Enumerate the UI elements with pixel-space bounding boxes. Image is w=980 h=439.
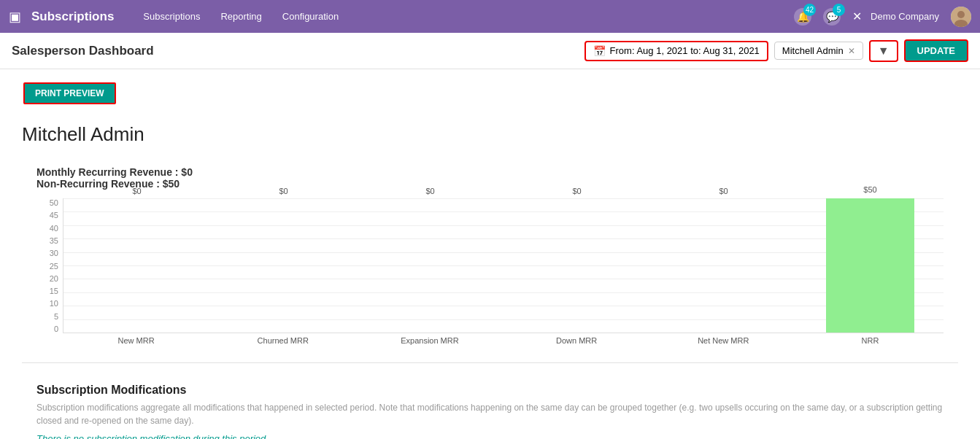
nav-reporting[interactable]: Reporting (220, 11, 261, 22)
divider (22, 362, 958, 363)
x-label-expansion-mrr: Expansion MRR (356, 336, 503, 345)
nrr-title: Non-Recurring Revenue : $50 (36, 178, 944, 190)
y-label-25: 25 (36, 262, 58, 271)
x-label-down-mrr: Down MRR (503, 336, 650, 345)
y-label-0: 0 (36, 325, 58, 333)
page-title: Salesperson Dashboard (12, 44, 154, 58)
bar-new-mrr: $0 (63, 198, 210, 333)
sub-header: Salesperson Dashboard 📅 From: Aug 1, 202… (0, 33, 980, 69)
x-labels: New MRR Churned MRR Expansion MRR Down M… (63, 336, 944, 345)
revenue-lines: Monthly Recurring Revenue : $0 Non-Recur… (36, 166, 944, 190)
y-label-40: 40 (36, 224, 58, 233)
header-right: 📅 From: Aug 1, 2021 to: Aug 31, 2021 Mit… (584, 39, 968, 62)
subs-mods-description-text: Subscription modifications aggregate all… (36, 403, 942, 426)
bar-net-new-mrr: $0 (650, 198, 797, 333)
svg-point-1 (957, 11, 965, 18)
messages-icon[interactable]: 🔔 42 (794, 8, 811, 26)
bar-chart: 0 5 10 15 20 25 30 35 40 45 50 (36, 198, 944, 345)
x-label-new-mrr: New MRR (63, 336, 209, 345)
y-label-45: 45 (36, 211, 58, 219)
y-label-50: 50 (36, 198, 58, 207)
remove-salesperson-icon[interactable]: ✕ (848, 46, 855, 56)
bar-label-new-mrr: $0 (132, 187, 141, 195)
print-preview-button[interactable]: PRINT PREVIEW (23, 82, 116, 104)
top-nav: ▣ Subscriptions Subscriptions Reporting … (0, 0, 980, 33)
chat-badge: 5 (833, 4, 845, 16)
person-name: Mitchell Admin (22, 123, 958, 146)
y-label-5: 5 (36, 312, 58, 321)
bar-churned-mrr: $0 (210, 198, 357, 333)
y-axis: 0 5 10 15 20 25 30 35 40 45 50 (36, 198, 63, 333)
bar-nrr-fill (826, 198, 914, 333)
chat-icon[interactable]: 💬 5 (823, 8, 841, 26)
chart-body: $0 $0 $0 (63, 198, 944, 333)
chart-section: Monthly Recurring Revenue : $0 Non-Recur… (22, 155, 958, 357)
app-title: Subscriptions (31, 9, 114, 24)
content-inner: Mitchell Admin Monthly Recurring Revenue… (0, 104, 980, 439)
nav-links: Subscriptions Reporting Configuration (143, 11, 794, 22)
x-label-churned-mrr: Churned MRR (209, 336, 356, 345)
y-label-30: 30 (36, 249, 58, 257)
bar-label-nrr: $50 (863, 185, 876, 194)
calendar-icon: 📅 (593, 45, 606, 57)
x-label-net-new-mrr: Net New MRR (650, 336, 797, 345)
avatar[interactable] (951, 7, 971, 27)
subscription-mods: Subscription Modifications Subscription … (22, 369, 958, 439)
company-name: Demo Company (871, 11, 939, 22)
bar-nrr: $50 (797, 198, 944, 333)
content: PRINT PREVIEW Mitchell Admin Monthly Rec… (0, 69, 980, 439)
bar-label-expansion-mrr: $0 (425, 187, 434, 195)
dropdown-button[interactable]: ▼ (869, 40, 898, 62)
chart-area: 0 5 10 15 20 25 30 35 40 45 50 (36, 198, 944, 333)
date-filter[interactable]: 📅 From: Aug 1, 2021 to: Aug 31, 2021 (584, 41, 768, 61)
salesperson-name: Mitchell Admin (782, 45, 844, 56)
y-label-20: 20 (36, 274, 58, 283)
close-icon[interactable]: ✕ (852, 9, 862, 23)
y-label-35: 35 (36, 236, 58, 245)
mrr-title: Monthly Recurring Revenue : $0 (36, 166, 944, 178)
print-preview-wrapper: PRINT PREVIEW (0, 69, 980, 104)
subs-mods-desc: Subscription modifications aggregate all… (36, 401, 944, 427)
update-button[interactable]: UPDATE (904, 39, 968, 62)
y-label-10: 10 (36, 299, 58, 308)
grid-icon[interactable]: ▣ (9, 9, 21, 25)
bar-down-mrr: $0 (503, 198, 650, 333)
bar-label-down-mrr: $0 (572, 187, 581, 195)
date-filter-text: From: Aug 1, 2021 to: Aug 31, 2021 (610, 45, 760, 56)
bar-expansion-mrr: $0 (357, 198, 503, 333)
subs-mods-title: Subscription Modifications (36, 384, 944, 397)
nav-configuration[interactable]: Configuration (282, 11, 339, 22)
messages-badge: 42 (803, 4, 816, 16)
nav-subscriptions[interactable]: Subscriptions (143, 11, 200, 22)
salesperson-tag[interactable]: Mitchell Admin ✕ (774, 42, 863, 60)
right-icons: 🔔 42 💬 5 ✕ Demo Company (794, 7, 971, 27)
x-label-nrr: NRR (797, 336, 944, 345)
header-left: Salesperson Dashboard (12, 44, 154, 58)
bar-label-churned-mrr: $0 (279, 187, 288, 195)
bar-label-net-new-mrr: $0 (719, 187, 728, 195)
no-modification-text: There is no subscription modification du… (36, 433, 944, 439)
bars-row: $0 $0 $0 (63, 198, 944, 333)
y-label-15: 15 (36, 287, 58, 295)
